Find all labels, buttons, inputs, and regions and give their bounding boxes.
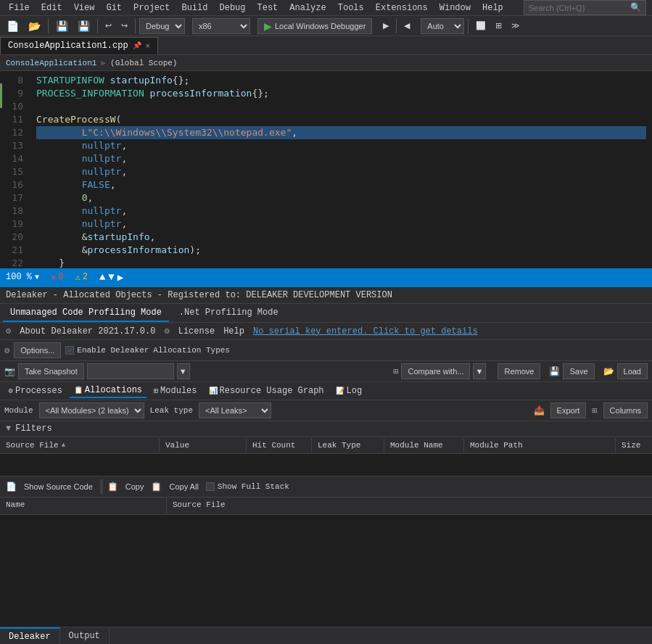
col-header-source-file[interactable]: Source File ▲ xyxy=(0,438,160,453)
serial-key-link[interactable]: No serial key entered. Click to get deta… xyxy=(253,326,478,337)
menu-item-file[interactable]: File xyxy=(3,0,36,15)
menu-item-debug[interactable]: Debug xyxy=(213,0,251,15)
nav-allocations[interactable]: 📋 Allocations xyxy=(70,384,147,398)
col-header-value[interactable]: Value xyxy=(160,438,247,453)
breadcrumb-project[interactable]: ConsoleApplication1 xyxy=(6,59,96,67)
export-button[interactable]: Export xyxy=(550,402,587,418)
menu-item-edit[interactable]: Edit xyxy=(36,0,68,15)
error-count[interactable]: ✕ 0 xyxy=(51,272,63,283)
warning-value: 2 xyxy=(83,272,88,282)
settings-icon: ⚙ xyxy=(4,345,9,356)
nav-down-icon[interactable]: ▼ xyxy=(108,271,114,283)
remove-button[interactable]: Remove xyxy=(498,363,540,379)
leak-type-dropdown[interactable]: <All Leaks> xyxy=(199,402,271,418)
menu-item-window[interactable]: Window xyxy=(434,0,476,15)
menu-item-project[interactable]: Project xyxy=(128,0,176,15)
menu-item-extensions[interactable]: Extensions xyxy=(370,0,434,15)
menu-item-view[interactable]: View xyxy=(68,0,101,15)
col-header-module-path[interactable]: Module Path xyxy=(464,438,616,453)
more-button[interactable]: ≫ xyxy=(508,19,524,33)
save-button-dl[interactable]: Save xyxy=(563,363,594,379)
nav-log[interactable]: 📝 Log xyxy=(331,384,367,397)
save-all-button[interactable]: 💾 xyxy=(74,18,94,34)
enable-checkbox-icon[interactable] xyxy=(65,346,74,355)
copy-button[interactable]: Copy xyxy=(123,481,147,492)
menu-item-tools[interactable]: Tools xyxy=(332,0,370,15)
undo-button[interactable]: ↩ xyxy=(102,19,115,33)
gear-icon: ⚙ xyxy=(6,326,11,337)
platform-dropdown[interactable]: x86 xyxy=(192,18,250,34)
show-source-code-button[interactable]: Show Source Code xyxy=(21,481,96,492)
tab-unmanaged[interactable]: Unmanaged Code Profiling Mode xyxy=(3,305,169,322)
export-icon: 📤 xyxy=(534,405,545,416)
layout-button[interactable]: ⊞ xyxy=(492,19,505,33)
warning-count[interactable]: ⚠ 2 xyxy=(75,272,87,283)
process-icon: ⚙ xyxy=(9,387,13,395)
nav-processes[interactable]: ⚙ Processes xyxy=(4,384,67,397)
save-button[interactable]: 💾 xyxy=(52,18,72,34)
code-content[interactable]: STARTUPINFOW startupInfo{}; PROCESS_INFO… xyxy=(30,71,652,268)
source-code-icon: 📄 xyxy=(6,482,17,492)
deleaker-panel: Deleaker - Allocated Objects - Registere… xyxy=(0,286,652,573)
help-link[interactable]: Help xyxy=(223,326,244,337)
tab-dotnet[interactable]: .Net Profiling Mode xyxy=(172,305,286,322)
menu-item-build[interactable]: Build xyxy=(176,0,213,15)
columns-icon: ⊞ xyxy=(592,405,597,416)
col-header-module-name[interactable]: Module Name xyxy=(384,438,464,453)
options-button[interactable]: Options... xyxy=(14,342,61,358)
license-link[interactable]: License xyxy=(178,326,215,337)
compare-button[interactable]: Compare with... xyxy=(401,363,470,379)
nav-back-button[interactable]: ◀ xyxy=(400,19,413,33)
show-full-stack-toggle[interactable]: Show Full Stack xyxy=(206,482,289,491)
col-header-size[interactable]: Size xyxy=(616,438,652,453)
menu-item-git[interactable]: Git xyxy=(100,0,128,15)
debug-config-dropdown[interactable]: Debug xyxy=(139,18,185,34)
stack-col-source[interactable]: Source File xyxy=(167,498,652,514)
gear-icon-2: ⚙ xyxy=(164,326,169,337)
snapshot-name-input[interactable] xyxy=(87,363,174,379)
attach-button[interactable]: ▶ xyxy=(379,19,392,33)
col-header-hit-count[interactable]: Hit Count xyxy=(247,438,312,453)
breadcrumb-scope[interactable]: (Global Scope) xyxy=(110,59,177,67)
full-stack-checkbox[interactable] xyxy=(206,482,215,491)
enable-deleaker-checkbox[interactable]: Enable Deleaker xyxy=(65,346,149,355)
copy-all-button[interactable]: Copy All xyxy=(166,481,201,492)
search-input[interactable] xyxy=(529,4,630,12)
nav-resource-usage[interactable]: 📊 Resource Usage Graph xyxy=(205,384,329,397)
menu-item-help[interactable]: Help xyxy=(476,0,509,15)
take-snapshot-button[interactable]: Take Snapshot xyxy=(18,363,84,379)
play-icon: ▶ xyxy=(264,20,272,32)
fullscreen-button[interactable]: ⬜ xyxy=(472,19,490,33)
allocation-types-label[interactable]: Allocation Types xyxy=(153,346,230,355)
open-file-button[interactable]: 📂 xyxy=(25,18,44,34)
columns-button[interactable]: Columns xyxy=(603,402,648,418)
error-value: 0 xyxy=(58,272,63,282)
start-debug-button[interactable]: ▶ Local Windows Debugger xyxy=(257,18,372,34)
module-dropdown[interactable]: <All Modules> (2 leaks) xyxy=(39,402,144,418)
col-header-leak-type[interactable]: Leak Type xyxy=(312,438,384,453)
tab-close-icon[interactable]: ✕ xyxy=(146,41,150,50)
camera-icon: 📷 xyxy=(4,366,15,377)
copy-all-icon: 📋 xyxy=(151,482,162,492)
code-line-8: STARTUPINFOW startupInfo{}; xyxy=(36,74,646,87)
module-label: Module xyxy=(4,406,33,415)
dropdown-arrow-button[interactable]: ▼ xyxy=(177,363,190,379)
nav-modules[interactable]: ⊞ Modules xyxy=(149,384,201,397)
deleaker-title-bar: Deleaker - Allocated Objects - Registere… xyxy=(0,287,652,304)
editor-tab[interactable]: ConsoleApplication1.cpp 📌 ✕ xyxy=(0,37,158,54)
nav-up-icon[interactable]: ▲ xyxy=(99,271,105,283)
zoom-level[interactable]: 100 % ▼ xyxy=(6,272,39,282)
nav-right-icon[interactable]: ▶ xyxy=(117,271,123,284)
new-file-button[interactable]: 📄 xyxy=(3,18,22,34)
bottom-tab-deleaker[interactable]: Deleaker xyxy=(0,627,60,645)
about-link[interactable]: About Deleaker 2021.17.0.0 xyxy=(20,326,155,337)
auto-dropdown[interactable]: Auto xyxy=(421,18,464,34)
menu-item-test[interactable]: Test xyxy=(252,0,284,15)
redo-button[interactable]: ↪ xyxy=(117,19,131,33)
compare-dropdown-button[interactable]: ▼ xyxy=(473,363,486,379)
stack-col-name[interactable]: Name xyxy=(0,498,167,514)
menu-item-analyze[interactable]: Analyze xyxy=(284,0,331,15)
filters-label[interactable]: Filters xyxy=(15,424,51,434)
load-button[interactable]: Load xyxy=(617,363,648,379)
bottom-tab-output[interactable]: Output xyxy=(60,628,110,644)
